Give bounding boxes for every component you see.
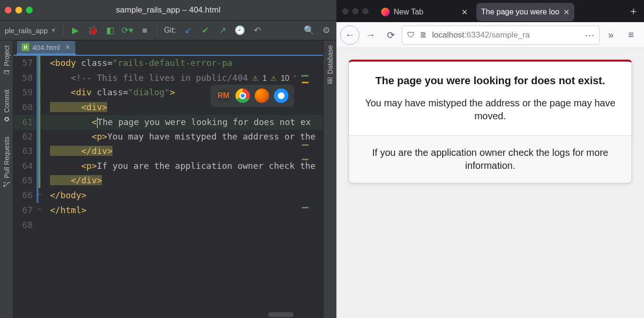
database-tool-button[interactable]: 🗄Database — [326, 43, 334, 86]
close-tab-button[interactable]: ✕ — [461, 8, 468, 17]
ide-titlebar: sample_rails_app – 404.html — [0, 0, 336, 20]
code-editor[interactable]: 57 ⌄ <body class="rails-default-error-pa… — [13, 56, 323, 318]
error-owner-hint: If you are the application owner check t… — [362, 146, 618, 172]
ide-body: 🗂Project ✿Commit ⎇Pull Requests H 404.ht… — [0, 40, 336, 318]
url-port: :63342 — [464, 30, 489, 39]
code-token: <p> — [50, 161, 97, 171]
git-pull-button[interactable]: ↙ — [183, 25, 193, 36]
file-tab-label: 404.html — [32, 43, 60, 51]
code-token: > — [170, 87, 175, 97]
project-tool-label: Project — [3, 45, 11, 66]
code-token: The page you were looking for does not e… — [98, 117, 311, 127]
line-number: 57 — [13, 56, 37, 71]
rerun-button[interactable]: ⟳▾ — [122, 25, 133, 36]
browser-window-controls — [336, 8, 374, 14]
page-info-icon[interactable]: 🗎 — [420, 31, 427, 39]
code-token: = — [107, 58, 112, 68]
shield-icon[interactable]: 🛡 — [407, 31, 415, 39]
code-token: <body — [50, 58, 81, 68]
chevron-down-icon: ▼ — [50, 27, 56, 34]
forward-button[interactable]: → — [361, 26, 380, 44]
run-config-selector[interactable]: ple_rails_app ▼ — [5, 26, 56, 35]
safari-preview-icon[interactable] — [274, 89, 288, 103]
toolbar-separator — [157, 25, 157, 36]
ide-window: sample_rails_app – 404.html ple_rails_ap… — [0, 0, 336, 318]
coverage-button[interactable]: ◧ — [105, 25, 115, 36]
commit-icon: ✿ — [3, 115, 11, 123]
pull-requests-tool-label: Pull Requests — [3, 137, 11, 178]
browser-viewport[interactable]: The page you were looking for does not e… — [336, 48, 644, 318]
tool-strip-right: 🗄Database — [323, 40, 336, 318]
pull-requests-tool-button[interactable]: ⎇Pull Requests — [3, 135, 11, 191]
error-subtext: You may have mistyped the address or the… — [363, 97, 617, 123]
line-number: 59 — [13, 85, 37, 100]
line-number: 66 — [13, 188, 37, 203]
inspections-widget[interactable]: ⚠1 ⚠10 ˄ ˅ — [248, 73, 308, 84]
folder-icon: 🗂 — [3, 69, 11, 76]
debug-button[interactable]: 🐞 — [87, 25, 98, 36]
new-tab-button[interactable]: ＋ — [626, 3, 641, 19]
html-file-icon: H — [22, 43, 29, 51]
close-tab-button[interactable]: ✕ — [65, 43, 71, 51]
warning-count: 10 — [281, 74, 289, 83]
back-button[interactable]: ← — [340, 25, 359, 45]
rubymine-preview-icon[interactable]: RM — [216, 89, 231, 103]
run-config-name: ple_rails_app — [5, 26, 48, 35]
code-token: "rails-default-error-pa — [112, 58, 232, 68]
fold-icon[interactable]: ⌃ — [37, 207, 41, 215]
database-tool-label: Database — [326, 45, 334, 74]
line-number: 65 — [13, 173, 37, 188]
git-label: Git: — [164, 26, 176, 35]
project-tool-button[interactable]: 🗂Project — [3, 43, 11, 78]
git-commit-button[interactable]: ✔ — [200, 25, 211, 36]
code-token: class — [97, 87, 123, 97]
history-button[interactable]: 🕘 — [235, 25, 245, 36]
horizontal-scrollbar[interactable] — [50, 312, 307, 317]
reload-button[interactable]: ⟳ — [382, 26, 400, 44]
code-token: "dialog" — [128, 87, 170, 97]
ide-toolbar: ple_rails_app ▼ ▶ 🐞 ◧ ⟳▾ ■ Git: ↙ ✔ ↗ 🕘 … — [0, 20, 336, 40]
pull-request-icon: ⎇ — [3, 181, 11, 189]
warning-icon: ⚠ — [252, 75, 259, 82]
code-token: If you are the application owner check t… — [97, 161, 316, 171]
code-token: <div — [50, 87, 97, 97]
browser-tab-label: The page you were loo — [481, 8, 559, 16]
url-host: localhost — [432, 30, 464, 39]
url-bar[interactable]: 🛡 🗎 localhost:63342/sample_ra ⋯ — [402, 25, 600, 45]
page-actions-icon[interactable]: ⋯ — [585, 29, 594, 41]
overflow-button[interactable]: » — [602, 26, 620, 44]
code-token: = — [123, 87, 128, 97]
warning-icon: ⚠ — [271, 75, 277, 82]
browser-toolbar: ← → ⟳ 🛡 🗎 localhost:63342/sample_ra ⋯ » … — [336, 22, 644, 48]
undo-button[interactable]: ↶ — [252, 25, 262, 36]
error-stripe[interactable] — [302, 72, 309, 318]
close-tab-button[interactable]: ✕ — [563, 8, 570, 17]
zoom-window-button[interactable] — [362, 8, 369, 14]
minimize-window-button[interactable] — [352, 8, 359, 14]
scrollbar-thumb[interactable] — [268, 312, 294, 317]
warning-count: 1 — [262, 74, 267, 83]
commit-tool-label: Commit — [3, 89, 11, 113]
git-push-button[interactable]: ↗ — [217, 25, 228, 36]
code-token: You may have mistyped the address or the — [107, 131, 315, 141]
firefox-preview-icon[interactable] — [255, 89, 269, 103]
code-token: < — [50, 117, 97, 127]
commit-tool-button[interactable]: ✿Commit — [3, 88, 11, 125]
code-token: <p> — [50, 131, 107, 141]
file-tab[interactable]: H 404.html ✕ — [16, 40, 76, 55]
stop-button[interactable]: ■ — [139, 25, 150, 36]
browser-tab[interactable]: The page you were loo ✕ — [476, 3, 574, 21]
chevron-up-icon[interactable]: ˄ — [293, 75, 297, 82]
url-path: /sample_ra — [489, 30, 530, 39]
browser-window: New Tab ✕ The page you were loo ✕ ＋ ← → … — [336, 0, 644, 318]
settings-button[interactable]: ⚙ — [321, 25, 332, 36]
line-number: 62 — [13, 129, 37, 144]
error-dialog: The page you were looking for does not e… — [348, 60, 632, 183]
close-window-button[interactable] — [342, 8, 348, 14]
browser-tab[interactable]: New Tab ✕ — [376, 3, 472, 21]
hamburger-menu-button[interactable]: ≡ — [622, 26, 640, 44]
search-button[interactable]: 🔍 — [304, 25, 314, 36]
line-number: 61 — [13, 115, 37, 129]
chrome-preview-icon[interactable] — [235, 89, 250, 103]
run-button[interactable]: ▶ — [70, 25, 81, 36]
